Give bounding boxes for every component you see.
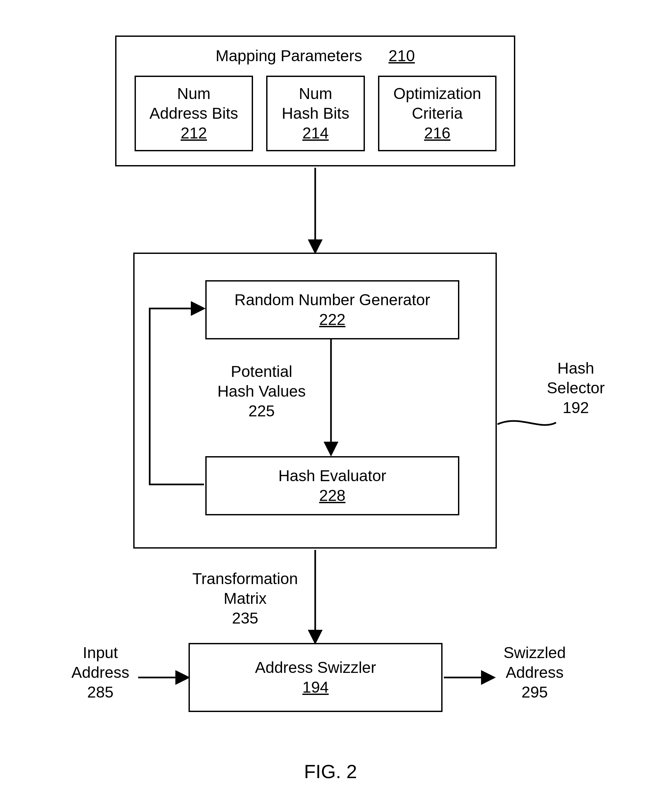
feedback-evaluator-to-rng [150, 309, 204, 484]
connectors-overlay [0, 0, 661, 812]
leader-hash-selector [498, 421, 556, 425]
diagram-canvas: Mapping Parameters 210 Num Address Bits … [0, 0, 661, 812]
